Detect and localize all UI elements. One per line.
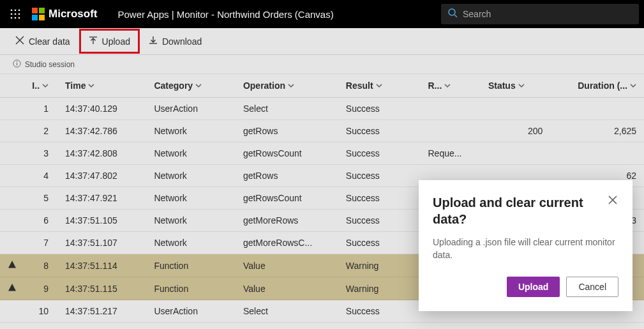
search-input[interactable] — [463, 9, 633, 19]
search-box[interactable] — [441, 4, 639, 24]
dialog-body: Uploading a .json file will clear curren… — [433, 236, 618, 261]
microsoft-logo[interactable]: Microsoft — [32, 8, 98, 20]
svg-point-9 — [449, 9, 455, 15]
svg-point-6 — [11, 17, 13, 19]
app-header: Microsoft Power Apps | Monitor - Northwi… — [0, 0, 644, 28]
svg-point-2 — [19, 10, 20, 11]
svg-line-10 — [454, 15, 457, 17]
svg-point-8 — [19, 17, 20, 19]
dialog-title: Upload and clear current data? — [433, 194, 607, 227]
search-icon — [447, 8, 458, 20]
app-launcher-icon[interactable] — [5, 4, 26, 24]
svg-point-7 — [15, 17, 17, 19]
microsoft-logo-icon — [32, 8, 45, 20]
svg-point-1 — [15, 10, 17, 11]
page-title: Power Apps | Monitor - Northwind Orders … — [118, 9, 334, 20]
close-icon — [608, 197, 617, 206]
svg-point-0 — [11, 10, 13, 11]
brand-name: Microsoft — [49, 8, 98, 20]
dialog-cancel-button[interactable]: Cancel — [566, 277, 618, 297]
svg-point-5 — [19, 13, 20, 15]
dialog-upload-button[interactable]: Upload — [507, 277, 560, 297]
dialog-close-button[interactable] — [607, 194, 618, 208]
svg-point-3 — [11, 13, 13, 15]
svg-point-4 — [15, 13, 17, 15]
upload-dialog: Upload and clear current data? Uploading… — [419, 180, 633, 311]
